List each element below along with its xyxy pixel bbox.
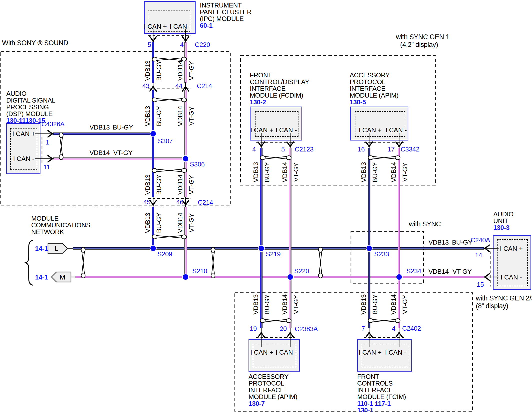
fcim-name-line: CONTROLS: [357, 380, 406, 387]
wire-label-vdb13: VDB13: [252, 294, 259, 315]
wire-label-vdb13: VDB13: [144, 175, 151, 195]
wire-label-vdb14: VDB14: [390, 162, 397, 182]
network-tags: L M: [48, 243, 71, 282]
pin-label-c4326a-1: 1: [46, 139, 49, 146]
wire-label-vdb14: VDB14: [390, 294, 397, 315]
network-title-line: COMMUNICATIONS: [31, 222, 90, 229]
network-ref-m: 14-1: [35, 274, 48, 281]
connector-label-c2402: C2402: [402, 325, 421, 332]
wire-label-bu-gy: BU-GY: [371, 162, 378, 182]
connector-label-c220: C220: [195, 41, 210, 48]
twisted-pair-symbols: [59, 57, 400, 323]
dsp-name-line: (DSP) MODULE: [6, 111, 55, 117]
network-tag-l-label: L: [54, 245, 58, 252]
wire-label-vt-gy: VT-GY: [188, 107, 195, 126]
fcdim-port-minus: I CAN -: [275, 126, 297, 134]
fcdim-name-line: FRONT: [250, 72, 309, 79]
fcdim-name-line: CONTROL/DISPLAY: [250, 79, 309, 85]
splice-label-s210: S210: [192, 268, 207, 275]
pin-label-c214-46: 46: [176, 199, 183, 206]
pin-label-c220-4: 4: [180, 41, 184, 48]
apim-gen1-name-line: ACCESSORY: [350, 72, 398, 79]
apim-gen1-port-minus: I CAN -: [385, 126, 407, 134]
wire-label-bu-gy: BU-GY: [155, 175, 162, 195]
wire-label-vdb13: VDB13: [360, 294, 367, 315]
apim-gen23-port-minus: I CAN -: [275, 349, 297, 356]
wire-label-vt-gy: VT-GY: [188, 175, 195, 194]
splice-dot-s233: [366, 245, 372, 252]
fcim-port-minus: I CAN -: [385, 349, 406, 356]
twisted-pair-icon: [152, 168, 187, 172]
splice-label-s219: S219: [266, 251, 281, 258]
fcim-name-line: INTERFACE: [357, 387, 406, 394]
apim-gen1-name-line: INTERFACE: [350, 85, 398, 92]
wire-label-bu-gy: BU-GY: [371, 294, 378, 315]
wire-label-vt-gy: VT-GY: [453, 268, 472, 275]
wire-label-vt-gy: VT-GY: [401, 163, 408, 182]
pin-label-c2383a-20: 20: [280, 325, 287, 332]
connector-label-c2383a: C2383A: [295, 325, 318, 332]
splice-dot-s210: [183, 274, 189, 280]
connector-label-c214-top: C214: [197, 82, 212, 89]
pin-label-c2402-7: 7: [361, 325, 365, 332]
wire-label-vdb13: VDB13: [360, 162, 367, 182]
fcim-port-plus: I CAN +: [359, 349, 382, 356]
twisted-pair-icon: [260, 319, 291, 323]
twisted-pair-icon: [152, 235, 187, 239]
fcim-ref-1: 110-1 117-1: [357, 400, 406, 407]
dsp-name-line: AUDIO: [6, 90, 55, 97]
dsp-port-plus: I CAN +: [12, 130, 35, 138]
apim-gen23-port-plus: I CAN +: [250, 349, 273, 356]
sync-region-label: with SYNC: [409, 221, 441, 228]
audio-unit-ref: 130-3: [493, 224, 514, 231]
ipc-port-minus: I CAN -: [170, 23, 191, 30]
splice-dot-s307: [150, 131, 156, 137]
dsp-name-line: DIGITAL SIGNAL: [6, 97, 55, 104]
audio-unit-name-line: UNIT: [493, 218, 514, 224]
splice-label-s233: S233: [374, 251, 389, 258]
pin-label-c2402-4: 4: [392, 325, 395, 332]
wire-label-vdb14: VDB14: [90, 149, 110, 156]
apim-gen1-module-name: ACCESSORY PROTOCOL INTERFACE MODULE (API…: [350, 72, 398, 106]
apim-gen23-name-line: PROTOCOL: [249, 380, 297, 387]
network-brace-icon: [25, 240, 33, 285]
wire-label-bu-gy: BU-GY: [264, 162, 270, 182]
wire-label-vdb13: VDB13: [90, 124, 110, 131]
wire-label-vdb13: VDB13: [144, 106, 151, 126]
wire-label-bu-gy: BU-GY: [452, 239, 472, 246]
wire-label-vt-gy: VT-GY: [292, 295, 299, 314]
wire-label-vdb14: VDB14: [281, 294, 288, 315]
twisted-pair-icon: [318, 247, 322, 278]
wire-label-bu-gy: BU-GY: [113, 124, 133, 131]
sync-gen1-region-label-1: with SYNC GEN 1: [396, 33, 450, 40]
fcdim-port-plus: I CAN +: [250, 126, 273, 134]
twisted-pair-icon: [260, 156, 291, 160]
pin-label-c2383a-19: 19: [250, 325, 257, 332]
audio-unit-name-line: AUDIO: [493, 211, 514, 218]
splice-label-s234: S234: [406, 268, 421, 275]
wire-label-vdb13: VDB13: [144, 61, 151, 81]
splice-dot-s219: [258, 245, 265, 252]
wire-label-vdb14: VDB14: [177, 213, 184, 233]
twisted-pair-icon: [81, 247, 85, 278]
splice-dot-s234: [396, 274, 402, 280]
audio-unit-module-name: AUDIO UNIT 130-3: [493, 211, 514, 231]
fcdim-name-line: MODULE (FCDIM): [250, 92, 309, 99]
twisted-pair-icon: [368, 156, 400, 160]
splice-label-s220: S220: [294, 268, 309, 275]
apim-gen1-name-line: MODULE (APIM): [350, 92, 398, 99]
fcim-name-line: MODULE (FCIM): [357, 394, 406, 400]
pin-label-c2123-5: 5: [281, 146, 285, 153]
apim-gen1-ref: 130-5: [350, 99, 398, 106]
dsp-port-minus: I CAN -: [13, 155, 34, 163]
apim-gen23-module-name: ACCESSORY PROTOCOL INTERFACE MODULE (API…: [249, 373, 297, 407]
connector-label-c240a: C240A: [471, 237, 490, 244]
apim-gen23-name-line: INTERFACE: [249, 387, 297, 394]
wire-label-vdb14: VDB14: [281, 162, 288, 182]
pin-label-c4326a-11: 11: [43, 163, 50, 170]
wire-label-vdb14: VDB14: [177, 175, 184, 195]
apim-gen1-port-plus: I CAN +: [359, 126, 382, 134]
apim-gen1-name-line: PROTOCOL: [350, 79, 398, 85]
ipc-name-line: (IPC) MODULE: [200, 15, 252, 22]
sync-gen23-region-label-2: (8” display): [476, 302, 508, 309]
